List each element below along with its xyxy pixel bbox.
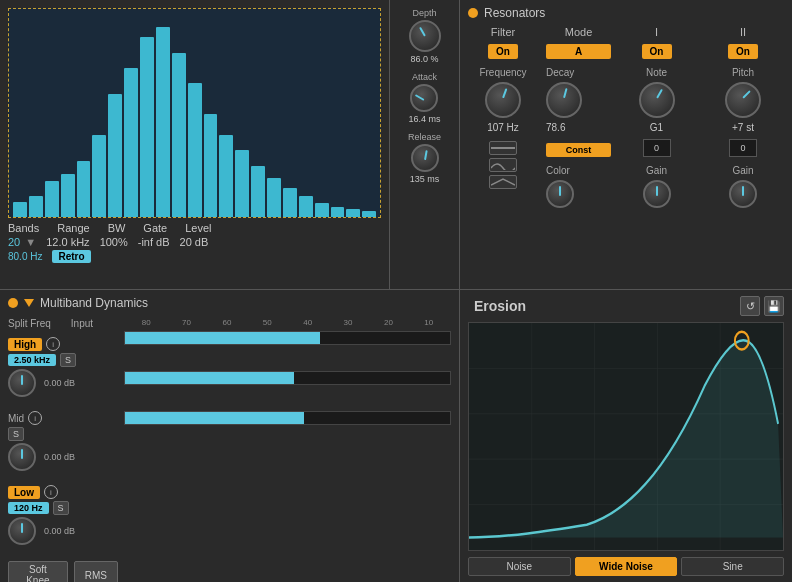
erosion-display[interactable] — [468, 322, 784, 551]
eq-bar[interactable] — [92, 135, 106, 217]
mid-s-btn[interactable]: S — [8, 427, 24, 441]
eq-bar[interactable] — [61, 174, 75, 217]
gain-i-label: Gain — [646, 165, 667, 176]
low-band: Low i 120 Hz S 0.00 dB — [8, 481, 118, 545]
refresh-icon[interactable]: ↺ — [740, 296, 760, 316]
wave-icon-3[interactable] — [489, 175, 517, 189]
ii-column: II On Pitch +7 st 0 Gain — [702, 26, 784, 208]
eq-bar[interactable] — [156, 27, 170, 217]
mode-value-button[interactable]: A — [546, 44, 611, 59]
input-header: Input — [71, 318, 93, 329]
meter-label: 60 — [222, 318, 231, 327]
meter-label: 50 — [263, 318, 272, 327]
eq-bar[interactable] — [204, 114, 218, 217]
resonators-panel: Resonators Filter On Frequency 107 Hz — [460, 0, 792, 289]
i-on-button[interactable]: On — [642, 44, 672, 59]
multiband-expand-icon[interactable] — [24, 299, 34, 307]
eq-bar[interactable] — [267, 178, 281, 217]
eq-bar[interactable] — [140, 37, 154, 217]
wide-noise-button[interactable]: Wide Noise — [575, 557, 678, 576]
meter-label: 30 — [344, 318, 353, 327]
low-label[interactable]: Low — [8, 486, 40, 499]
eq-bar[interactable] — [235, 150, 249, 217]
mid-info-icon[interactable]: i — [28, 411, 42, 425]
gain-ii-knob[interactable] — [729, 180, 757, 208]
pitch-knob[interactable] — [725, 82, 761, 118]
eq-bar[interactable] — [346, 209, 360, 217]
filter-on-button[interactable]: On — [488, 44, 518, 59]
mode-badge[interactable]: Retro — [52, 250, 90, 263]
low-knob-area — [8, 517, 36, 545]
eq-bar[interactable] — [188, 83, 202, 217]
frequency-knob[interactable] — [485, 82, 521, 118]
low-info-icon[interactable]: i — [44, 485, 58, 499]
noise-button[interactable]: Noise — [468, 557, 571, 576]
soft-knee-button[interactable]: Soft Knee — [8, 561, 68, 582]
i-column: I On Note G1 0 Gain — [619, 26, 694, 208]
eq-display[interactable] — [8, 8, 381, 218]
ii-on-button[interactable]: On — [728, 44, 758, 59]
range-value: 12.0 kHz — [46, 236, 89, 248]
high-s-btn[interactable]: S — [60, 353, 76, 367]
mid-input-knob[interactable] — [8, 443, 36, 471]
rms-button[interactable]: RMS — [74, 561, 118, 582]
high-freq[interactable]: 2.50 kHz — [8, 354, 56, 366]
meter-label: 20 — [384, 318, 393, 327]
eq-bar[interactable] — [315, 203, 329, 217]
note-input[interactable]: 0 — [643, 139, 671, 157]
attack-knob[interactable] — [410, 84, 438, 112]
eq-bars — [9, 9, 380, 217]
meter-label: 40 — [303, 318, 312, 327]
high-label[interactable]: High — [8, 338, 42, 351]
eq-bar[interactable] — [77, 161, 91, 217]
color-knob[interactable] — [546, 180, 574, 208]
low-s-btn[interactable]: S — [53, 501, 69, 515]
low-meter-bar[interactable] — [124, 411, 451, 425]
wave-icon-2[interactable] — [489, 158, 517, 172]
multiband-body: Split Freq Input High i 2.50 kHz S — [8, 318, 451, 582]
const-button[interactable]: Const — [546, 143, 611, 157]
eq-bar[interactable] — [251, 166, 265, 217]
depth-section: Depth 86.0 % — [409, 8, 441, 64]
decay-knob[interactable] — [546, 82, 582, 118]
eq-bar[interactable] — [172, 53, 186, 217]
dar-panel: Depth 86.0 % Attack 16.4 ms Release 135 … — [390, 0, 460, 289]
depth-knob[interactable] — [409, 20, 441, 52]
eq-bar[interactable] — [13, 202, 27, 217]
pitch-input[interactable]: 0 — [729, 139, 757, 157]
release-knob[interactable] — [411, 144, 439, 172]
high-meter-bar[interactable] — [124, 331, 451, 345]
high-db: 0.00 dB — [44, 378, 75, 388]
eq-bar[interactable] — [108, 94, 122, 217]
erosion-panel: Erosion ↺ 💾 — [460, 290, 792, 582]
eq-bar[interactable] — [124, 68, 138, 217]
wave-icon-1[interactable] — [489, 141, 517, 155]
eq-bar[interactable] — [283, 188, 297, 217]
low-freq[interactable]: 120 Hz — [8, 502, 49, 514]
gate-value: -inf dB — [138, 236, 170, 248]
eq-bar[interactable] — [219, 135, 233, 217]
low-input-knob[interactable] — [8, 517, 36, 545]
eq-panel: Bands Range BW Gate Level 20 ▼ 12.0 kHz … — [0, 0, 390, 289]
gate-label: Gate — [143, 222, 167, 234]
eq-bar[interactable] — [299, 196, 313, 217]
depth-value: 86.0 % — [410, 54, 438, 64]
eq-bar[interactable] — [331, 207, 345, 217]
eq-bar[interactable] — [29, 196, 43, 217]
sine-button[interactable]: Sine — [681, 557, 784, 576]
high-info-icon[interactable]: i — [46, 337, 60, 351]
eq-bar[interactable] — [362, 211, 376, 217]
attack-value: 16.4 ms — [408, 114, 440, 124]
mid-meter-bar[interactable] — [124, 371, 451, 385]
meter-label: 10 — [424, 318, 433, 327]
band-controls: Split Freq Input High i 2.50 kHz S — [8, 318, 118, 582]
svg-rect-0 — [491, 147, 515, 149]
note-value: G1 — [650, 122, 663, 133]
gain-i-knob[interactable] — [643, 180, 671, 208]
multiband-header: Multiband Dynamics — [8, 296, 451, 310]
note-label: Note — [646, 67, 667, 78]
eq-bar[interactable] — [45, 181, 59, 217]
note-knob[interactable] — [639, 82, 675, 118]
save-icon[interactable]: 💾 — [764, 296, 784, 316]
high-input-knob[interactable] — [8, 369, 36, 397]
